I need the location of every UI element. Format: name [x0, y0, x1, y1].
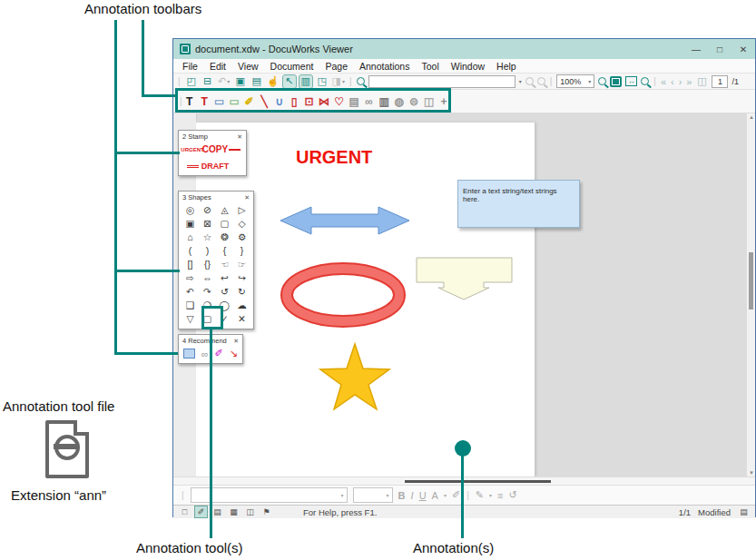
recommend-marker-tool[interactable]: ✐ — [215, 348, 223, 359]
text-annotation-box[interactable]: Enter a text string/text strings here. — [457, 180, 580, 228]
shape-tool-icon[interactable]: ⊠ — [199, 217, 216, 231]
title-bar[interactable]: document.xdw - DocuWorks Viewer — □ ✕ — [173, 39, 755, 59]
thumbnail-view-icon[interactable]: ▤ — [211, 506, 223, 517]
stamp-line-2[interactable] — [187, 165, 199, 168]
shape-tool-icon[interactable]: ✕ — [233, 312, 250, 326]
maximize-button[interactable]: □ — [708, 44, 731, 54]
current-page-input[interactable]: 1 — [712, 75, 728, 88]
horizontal-scrollbar[interactable] — [173, 476, 755, 485]
export-icon[interactable]: ◨ — [332, 75, 345, 88]
shape-tool-icon[interactable]: { — [216, 244, 233, 258]
first-page-icon[interactable]: « — [661, 76, 666, 87]
pen-style-button[interactable]: ✎ — [476, 489, 484, 501]
undo-icon[interactable]: ↶ — [218, 75, 231, 88]
recommend-arrow-tool[interactable]: ↘ — [230, 348, 238, 359]
rotate-button[interactable]: ↺ — [508, 489, 516, 501]
search-input[interactable] — [368, 75, 515, 88]
stamp-urgent[interactable]: URGENT — [181, 147, 203, 152]
fill-color-button[interactable]: ✐ — [452, 489, 460, 501]
font-color-button[interactable]: A — [432, 490, 438, 501]
prev-page-icon[interactable]: ‹ — [671, 76, 674, 87]
hand-tool-icon[interactable]: ☝ — [267, 75, 280, 88]
pen-style-dropdown-icon[interactable]: ▾ — [489, 492, 492, 498]
shape-tool-icon[interactable]: ◬ — [216, 203, 233, 217]
shape-tool-icon[interactable]: ☞ — [233, 258, 250, 271]
fit-page-icon[interactable] — [610, 76, 622, 87]
font-color-dropdown-icon[interactable]: ▾ — [444, 492, 447, 498]
shape-tool-icon[interactable]: ↩ — [216, 271, 233, 285]
horizontal-scroll-thumb[interactable] — [405, 480, 551, 483]
vertical-scrollbar[interactable]: ▲ ▼ — [746, 113, 755, 476]
menu-item[interactable]: Page — [325, 61, 348, 72]
bold-button[interactable]: B — [398, 490, 406, 501]
recommend-rectangle-tool[interactable] — [183, 349, 195, 359]
menu-item[interactable]: Help — [496, 61, 516, 72]
shape-tool-icon[interactable]: ▽ — [182, 312, 199, 326]
two-page-view-icon[interactable]: ◫ — [244, 506, 256, 517]
shape-tool-icon[interactable]: ❑ — [182, 299, 199, 312]
pen-mode-icon[interactable]: ✐ — [195, 506, 207, 517]
menu-item[interactable]: Tool — [421, 61, 438, 72]
shape-tool-icon[interactable]: [] — [182, 258, 199, 271]
font-family-select[interactable] — [191, 487, 348, 503]
shape-tool-icon[interactable]: ↪ — [233, 271, 250, 285]
zoom-level-select[interactable]: 100% — [556, 74, 594, 88]
close-icon[interactable]: ✕ — [244, 194, 250, 201]
page-copy-icon[interactable]: ◳ — [316, 75, 329, 88]
zoom-in-icon[interactable] — [641, 77, 649, 85]
stamp-line[interactable] — [229, 149, 241, 151]
find-next-icon[interactable] — [537, 77, 545, 85]
close-icon[interactable]: ✕ — [237, 133, 242, 141]
text-select-tool-icon[interactable]: ▥ — [299, 75, 312, 88]
open-icon[interactable]: ◰ — [185, 75, 198, 88]
clipboard-icon[interactable]: ▤ — [250, 75, 263, 88]
next-page-icon[interactable]: › — [679, 76, 682, 87]
stamp-copy[interactable]: COPY — [202, 144, 228, 154]
shape-tool-icon[interactable]: ⊘ — [199, 203, 216, 217]
pages-icon[interactable]: ◫ — [695, 75, 708, 88]
window-view-icon[interactable]: ▣ — [234, 75, 247, 88]
shape-tool-icon[interactable]: ☆ — [199, 231, 216, 244]
close-icon[interactable]: ✕ — [233, 338, 239, 345]
stamp-draft[interactable]: DRAFT — [201, 162, 230, 171]
shape-tool-icon[interactable]: ◎ — [182, 203, 199, 217]
scroll-up-icon[interactable]: ▲ — [748, 114, 755, 120]
menu-item[interactable]: Edit — [210, 61, 226, 72]
shape-tool-icon[interactable]: ⚙ — [233, 231, 250, 244]
shape-tool-icon[interactable]: ↺ — [216, 285, 233, 299]
shape-tool-icon[interactable]: ↷ — [199, 285, 216, 299]
shape-tool-icon[interactable]: ▷ — [233, 203, 250, 217]
star-annotation[interactable] — [319, 342, 391, 413]
last-page-icon[interactable]: » — [686, 76, 692, 87]
menu-item[interactable]: Window — [451, 61, 485, 72]
search-dropdown-icon[interactable]: ▾ — [519, 78, 522, 84]
shape-tool-icon[interactable]: ◇ — [233, 217, 250, 231]
shape-tool-icon[interactable]: ( — [182, 244, 199, 258]
underline-button[interactable]: U — [419, 490, 427, 501]
shape-tool-icon[interactable]: ↻ — [233, 285, 250, 299]
find-previous-icon[interactable] — [525, 77, 534, 85]
menu-item[interactable]: View — [238, 61, 259, 72]
grid-view-icon[interactable]: ▦ — [228, 506, 240, 517]
close-button[interactable]: ✕ — [731, 44, 755, 54]
recommend-link-tool[interactable]: ∞ — [201, 349, 209, 359]
minimize-button[interactable]: — — [684, 44, 708, 54]
double-arrow-annotation[interactable] — [280, 204, 409, 237]
line-style-button[interactable]: ≡ — [497, 490, 503, 501]
menu-item[interactable]: Annotations — [359, 61, 409, 72]
shape-tool-icon[interactable]: ▣ — [182, 217, 199, 231]
ellipse-annotation[interactable] — [280, 262, 407, 328]
shape-tool-icon[interactable]: ❂ — [216, 231, 233, 244]
shape-tool-icon[interactable]: ⇔ — [199, 271, 216, 285]
shape-tool-icon[interactable]: ) — [199, 244, 216, 258]
scroll-down-icon[interactable]: ▼ — [748, 470, 755, 476]
select-tool-icon[interactable]: ↖ — [283, 75, 296, 88]
zoom-out-icon[interactable] — [598, 77, 606, 85]
urgent-text-annotation[interactable]: URGENT — [296, 146, 372, 168]
shape-tool-icon[interactable]: ☁ — [233, 299, 250, 312]
print-icon[interactable]: ⊟ — [201, 75, 214, 88]
fit-width-icon[interactable]: ↔ — [625, 76, 637, 86]
shape-tool-icon[interactable]: {} — [199, 258, 216, 271]
italic-button[interactable]: I — [411, 490, 414, 501]
vertical-scroll-thumb[interactable] — [749, 252, 753, 309]
